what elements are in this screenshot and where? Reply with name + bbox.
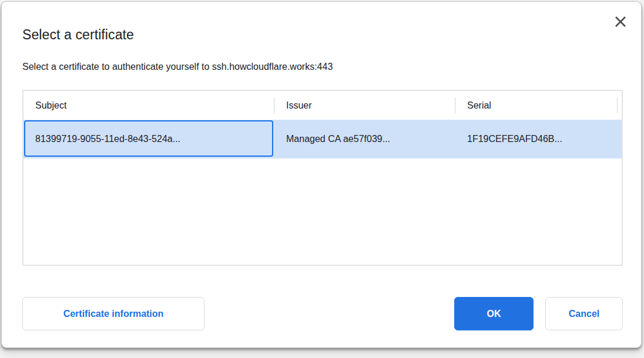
column-header-serial: Serial <box>455 91 618 120</box>
select-certificate-dialog: Select a certificate Select a certificat… <box>1 1 642 348</box>
close-icon <box>614 15 627 28</box>
column-header-subject: Subject <box>24 91 274 120</box>
screen: Select a certificate Select a certificat… <box>0 0 644 358</box>
dialog-subtitle: Select a certificate to authenticate you… <box>22 62 333 72</box>
cell-serial: 1F19CEFE9AFD46B... <box>455 134 618 144</box>
certificate-table: Subject Issuer Serial 81399719-9055-11ed… <box>22 90 623 266</box>
table-header-row: Subject Issuer Serial <box>24 91 622 120</box>
page-title: Select a certificate <box>22 27 134 43</box>
column-header-issuer: Issuer <box>274 91 455 120</box>
cancel-button[interactable]: Cancel <box>545 297 623 330</box>
certificate-information-button[interactable]: Certificate information <box>22 297 204 330</box>
cell-subject: 81399719-9055-11ed-8e43-524a... <box>24 134 274 144</box>
close-button[interactable] <box>612 13 629 31</box>
certificate-row-selected[interactable]: 81399719-9055-11ed-8e43-524a... Managed … <box>24 120 622 158</box>
cell-issuer: Managed CA ae57f039... <box>274 134 455 144</box>
ok-button[interactable]: OK <box>454 297 534 330</box>
